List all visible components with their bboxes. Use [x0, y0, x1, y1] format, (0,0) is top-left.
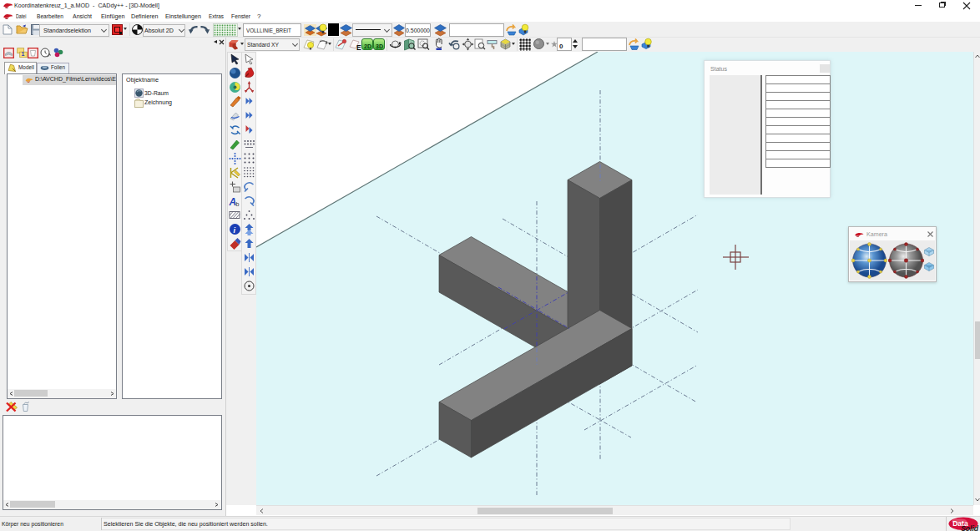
svg-text:Solid: Solid: [961, 524, 978, 531]
svg-text:b: b: [236, 201, 240, 207]
svg-text:1: 1: [22, 51, 25, 57]
